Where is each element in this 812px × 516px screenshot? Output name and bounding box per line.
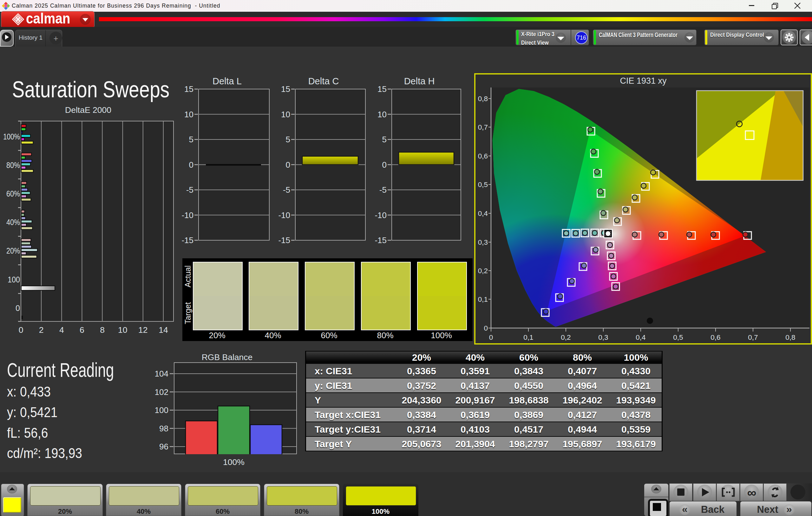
- svg-text:0,1: 0,1: [478, 295, 488, 303]
- svg-text:6: 6: [80, 325, 84, 335]
- svg-text:0,5: 0,5: [478, 181, 488, 189]
- svg-text:15: 15: [184, 84, 194, 94]
- svg-text:0,2: 0,2: [561, 333, 571, 341]
- svg-text:102: 102: [155, 387, 168, 397]
- svg-text:CIE 1931 xy: CIE 1931 xy: [620, 76, 667, 86]
- svg-text:96: 96: [159, 442, 168, 451]
- svg-text:Delta L: Delta L: [212, 76, 242, 86]
- svg-text:0: 0: [382, 160, 387, 170]
- svg-text:104: 104: [155, 369, 168, 378]
- svg-text:0,4: 0,4: [478, 210, 488, 217]
- svg-text:15: 15: [281, 84, 290, 94]
- svg-text:-10: -10: [375, 210, 387, 220]
- svg-text:-5: -5: [186, 185, 194, 194]
- svg-text:12: 12: [138, 325, 147, 335]
- svg-text:0: 0: [19, 325, 24, 335]
- svg-text:-10: -10: [278, 210, 290, 220]
- svg-text:10: 10: [281, 110, 290, 119]
- svg-text:0,1: 0,1: [523, 333, 533, 341]
- svg-text:100%: 100%: [223, 457, 244, 467]
- svg-text:5: 5: [286, 135, 290, 144]
- svg-text:15: 15: [377, 84, 387, 94]
- svg-text:0,3: 0,3: [478, 238, 488, 246]
- svg-text:0: 0: [489, 333, 493, 341]
- svg-text:∞: ∞: [747, 486, 756, 499]
- svg-text:10: 10: [184, 110, 194, 119]
- svg-text:0,7: 0,7: [478, 123, 488, 131]
- svg-text:0: 0: [286, 160, 290, 170]
- svg-text:0,2: 0,2: [478, 267, 488, 275]
- svg-text:-15: -15: [375, 236, 387, 245]
- svg-text:0: 0: [189, 160, 194, 170]
- svg-text:0,8: 0,8: [478, 95, 488, 103]
- svg-text:0,6: 0,6: [710, 333, 720, 341]
- svg-text:-15: -15: [181, 236, 194, 245]
- svg-text:0,3: 0,3: [598, 333, 608, 341]
- svg-text:-5: -5: [283, 185, 290, 194]
- svg-text:0,6: 0,6: [478, 152, 488, 160]
- svg-text:Delta H: Delta H: [404, 76, 435, 86]
- svg-text:0,4: 0,4: [636, 333, 645, 341]
- svg-text:-10: -10: [181, 210, 194, 220]
- svg-text:Delta C: Delta C: [308, 76, 339, 86]
- svg-text:5: 5: [382, 135, 387, 144]
- svg-text:10: 10: [118, 325, 127, 335]
- svg-text:100: 100: [155, 405, 168, 415]
- svg-text:0: 0: [16, 303, 20, 313]
- svg-text:0,7: 0,7: [748, 333, 758, 341]
- svg-text:14: 14: [158, 325, 168, 335]
- svg-text:4: 4: [59, 325, 64, 335]
- svg-text:0,8: 0,8: [785, 333, 795, 341]
- svg-text:RGB Balance: RGB Balance: [202, 353, 253, 362]
- svg-text:-15: -15: [278, 236, 290, 245]
- svg-text:0,5: 0,5: [673, 333, 683, 341]
- svg-text:-5: -5: [379, 185, 387, 194]
- svg-text:5: 5: [189, 135, 194, 144]
- svg-text:8: 8: [100, 325, 105, 335]
- svg-text:2: 2: [39, 325, 44, 335]
- svg-text:0: 0: [484, 324, 488, 332]
- svg-text:98: 98: [159, 424, 168, 433]
- svg-text:10: 10: [377, 110, 387, 119]
